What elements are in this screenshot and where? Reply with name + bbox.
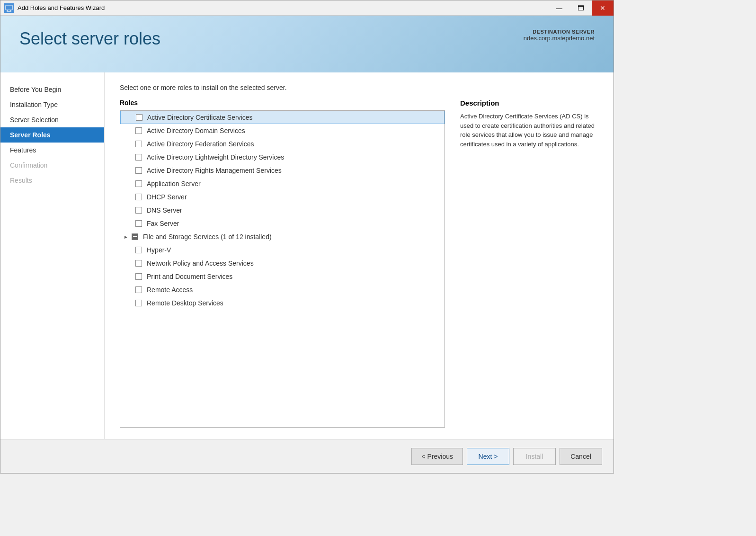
sidebar-item-before-you-begin[interactable]: Before You Begin — [0, 82, 104, 97]
role-checkbox-file-storage[interactable] — [132, 233, 138, 240]
role-item-print-doc[interactable]: Print and Document Services — [120, 270, 445, 283]
next-button[interactable]: Next > — [467, 448, 509, 465]
role-checkbox-ad-fs[interactable] — [135, 141, 142, 147]
role-label-file-storage: File and Storage Services (1 of 12 insta… — [143, 233, 272, 241]
role-label-dhcp: DHCP Server — [147, 193, 187, 201]
role-label-ad-lds: Active Directory Lightweight Directory S… — [147, 153, 284, 161]
role-checkbox-network-policy[interactable] — [135, 260, 142, 267]
role-item-ad-ds[interactable]: Active Directory Domain Services — [120, 124, 445, 137]
role-label-hyper-v: Hyper-V — [147, 246, 171, 254]
role-item-remote-access[interactable]: Remote Access — [120, 283, 445, 296]
role-item-app-server[interactable]: Application Server — [120, 177, 445, 190]
role-checkbox-remote-desktop[interactable] — [135, 300, 142, 306]
role-label-ad-fs: Active Directory Federation Services — [147, 140, 254, 148]
role-checkbox-ad-lds[interactable] — [135, 154, 142, 161]
role-checkbox-remote-access[interactable] — [135, 286, 142, 293]
role-item-dhcp[interactable]: DHCP Server — [120, 190, 445, 204]
window-controls: — 🗖 ✕ — [548, 0, 614, 16]
title-bar: Add Roles and Features Wizard — 🗖 ✕ — [0, 0, 614, 16]
role-label-ad-ds: Active Directory Domain Services — [147, 127, 245, 134]
role-item-network-policy[interactable]: Network Policy and Access Services — [120, 257, 445, 270]
header: Select server roles DESTINATION SERVER n… — [0, 16, 614, 72]
sidebar-item-confirmation: Confirmation — [0, 158, 104, 173]
role-item-dns[interactable]: DNS Server — [120, 204, 445, 217]
sidebar: Before You BeginInstallation TypeServer … — [0, 72, 105, 439]
page-title: Select server roles — [19, 29, 160, 49]
app-icon — [4, 3, 14, 13]
role-item-ad-lds[interactable]: Active Directory Lightweight Directory S… — [120, 151, 445, 164]
destination-label: DESTINATION SERVER — [524, 29, 595, 35]
sidebar-item-features[interactable]: Features — [0, 143, 104, 158]
sidebar-item-results: Results — [0, 173, 104, 188]
role-checkbox-print-doc[interactable] — [135, 273, 142, 280]
role-checkbox-dns[interactable] — [135, 207, 142, 214]
roles-list-container: Active Directory Certificate ServicesAct… — [120, 110, 445, 428]
wizard-window: Add Roles and Features Wizard — 🗖 ✕ Sele… — [0, 0, 614, 473]
role-item-remote-desktop[interactable]: Remote Desktop Services — [120, 296, 445, 310]
description-panel: Description Active Directory Certificate… — [456, 99, 598, 428]
role-label-dns: DNS Server — [147, 206, 182, 214]
role-checkbox-hyper-v[interactable] — [135, 247, 142, 253]
role-label-remote-desktop: Remote Desktop Services — [147, 299, 223, 307]
title-bar-left: Add Roles and Features Wizard — [4, 3, 105, 13]
main-content: Select server roles DESTINATION SERVER n… — [0, 16, 614, 473]
cancel-button[interactable]: Cancel — [560, 448, 602, 465]
window-title: Add Roles and Features Wizard — [18, 4, 105, 11]
role-checkbox-fax[interactable] — [135, 220, 142, 227]
sidebar-item-server-selection[interactable]: Server Selection — [0, 112, 104, 127]
role-label-fax: Fax Server — [147, 220, 179, 227]
content-area: Select one or more roles to install on t… — [105, 72, 614, 439]
minimize-button[interactable]: — — [548, 0, 570, 16]
role-item-hyper-v[interactable]: Hyper-V — [120, 243, 445, 257]
roles-label: Roles — [120, 99, 445, 107]
expander-icon[interactable]: ► — [122, 233, 130, 241]
content-instruction: Select one or more roles to install on t… — [120, 84, 598, 91]
roles-description-wrapper: Roles Active Directory Certificate Servi… — [120, 99, 598, 428]
description-text: Active Directory Certificate Services (A… — [460, 112, 598, 149]
destination-server: DESTINATION SERVER ndes.corp.mstepdemo.n… — [524, 29, 595, 42]
role-item-ad-cs[interactable]: Active Directory Certificate Services — [120, 111, 445, 124]
svg-rect-0 — [6, 5, 12, 10]
sidebar-item-installation-type[interactable]: Installation Type — [0, 97, 104, 112]
previous-button[interactable]: < Previous — [411, 448, 463, 465]
role-checkbox-dhcp[interactable] — [135, 194, 142, 200]
role-item-ad-fs[interactable]: Active Directory Federation Services — [120, 137, 445, 151]
role-checkbox-ad-ds[interactable] — [135, 127, 142, 134]
role-label-ad-rms: Active Directory Rights Management Servi… — [147, 167, 282, 174]
role-checkbox-app-server[interactable] — [135, 180, 142, 187]
role-checkbox-ad-rms[interactable] — [135, 167, 142, 174]
sidebar-item-server-roles[interactable]: Server Roles — [0, 127, 104, 143]
destination-value: ndes.corp.mstepdemo.net — [524, 35, 595, 42]
role-label-print-doc: Print and Document Services — [147, 273, 232, 280]
wizard-body: Before You BeginInstallation TypeServer … — [0, 72, 614, 439]
footer: < Previous Next > Install Cancel — [0, 439, 614, 473]
role-label-ad-cs: Active Directory Certificate Services — [147, 114, 253, 121]
role-label-remote-access: Remote Access — [147, 286, 193, 294]
role-item-ad-rms[interactable]: Active Directory Rights Management Servi… — [120, 164, 445, 177]
roles-panel: Roles Active Directory Certificate Servi… — [120, 99, 445, 428]
roles-list[interactable]: Active Directory Certificate ServicesAct… — [120, 111, 445, 427]
install-button[interactable]: Install — [513, 448, 556, 465]
maximize-button[interactable]: 🗖 — [570, 0, 592, 16]
role-label-network-policy: Network Policy and Access Services — [147, 259, 254, 267]
role-label-app-server: Application Server — [147, 180, 201, 188]
close-button[interactable]: ✕ — [592, 0, 614, 16]
description-title: Description — [460, 99, 598, 107]
role-checkbox-ad-cs[interactable] — [136, 114, 142, 121]
role-item-fax[interactable]: Fax Server — [120, 217, 445, 230]
role-item-file-storage[interactable]: ►File and Storage Services (1 of 12 inst… — [120, 230, 445, 243]
